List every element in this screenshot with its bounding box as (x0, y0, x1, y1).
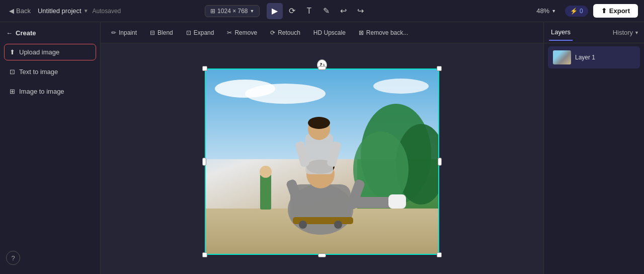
notifications-count: 0 (580, 8, 583, 15)
tab-history[interactable]: History ▼ (613, 29, 639, 36)
inpaint-label: Inpaint (119, 29, 137, 36)
handle-top-middle[interactable] (318, 66, 326, 70)
handle-middle-right[interactable] (438, 158, 442, 166)
create-label: Create (16, 29, 36, 37)
remove-icon: ✂ (227, 29, 232, 36)
export-label: Export (609, 7, 630, 15)
remove-button[interactable]: ✂ Remove (221, 26, 263, 39)
svg-rect-8 (260, 174, 271, 210)
inpaint-icon: ✏ (111, 29, 116, 36)
lasso-tool-button[interactable]: ⟳ (284, 3, 300, 19)
back-arrow-icon: ◀ (9, 7, 14, 15)
chevron-down-icon: ▼ (84, 8, 89, 14)
lasso-icon: ⟳ (289, 6, 295, 16)
expand-button[interactable]: ⊡ Expand (181, 26, 220, 39)
svg-point-9 (260, 166, 272, 178)
help-button[interactable]: ? (6, 251, 20, 265)
center-column: ✏ Inpaint ⊟ Blend ⊡ Expand ✂ Remove ⟳ (101, 22, 543, 274)
remove-background-button[interactable]: ⊠ Remove back... (353, 26, 414, 39)
sidebar-item-text-to-image[interactable]: ⊡ Text to image (4, 63, 96, 80)
image-to-image-label: Image to image (19, 88, 64, 95)
handle-bottom-right[interactable] (437, 252, 442, 257)
help-icon: ? (11, 254, 15, 262)
handle-bottom-left[interactable] (202, 252, 207, 257)
resize-icon: ⊞ (210, 8, 215, 15)
hd-upscale-label: HD Upscale (313, 29, 346, 36)
zoom-label: 48% (536, 7, 549, 15)
export-icon: ⬆ (601, 7, 607, 15)
back-to-create-icon: ← (6, 29, 13, 37)
canvas-image (205, 68, 439, 255)
layer-thumbnail (553, 50, 571, 64)
svg-point-20 (308, 117, 330, 129)
hd-upscale-button[interactable]: HD Upscale (308, 26, 351, 39)
back-label: Back (16, 7, 31, 15)
sidebar-item-image-to-image[interactable]: ⊞ Image to image (4, 83, 96, 100)
project-name[interactable]: Untitled project ▼ (38, 7, 89, 15)
undo-icon: ↩ (340, 6, 347, 16)
handle-bottom-middle[interactable] (318, 253, 326, 257)
blend-label: Blend (157, 29, 173, 36)
layers-label: Layers (551, 28, 571, 36)
scene-svg (205, 68, 439, 255)
retouch-button[interactable]: ⟳ Retouch (265, 26, 306, 39)
select-tool-button[interactable]: ▶ (267, 3, 283, 19)
canvas-wrapper: ↻ (205, 62, 439, 255)
lightning-icon: ⚡ (570, 8, 578, 15)
text-tool-button[interactable]: T (301, 3, 317, 19)
sidebar-footer: ? (4, 247, 96, 269)
tab-layers[interactable]: Layers (549, 24, 573, 41)
upload-image-label: Upload image (19, 48, 59, 56)
expand-icon: ⊡ (186, 29, 191, 36)
topbar-left: ◀ Back Untitled project ▼ Autosaved (6, 5, 121, 17)
pen-icon: ✎ (323, 6, 330, 16)
secondary-toolbar: ✏ Inpaint ⊟ Blend ⊡ Expand ✂ Remove ⟳ (101, 22, 543, 43)
svg-point-3 (373, 79, 429, 94)
remove-background-icon: ⊠ (359, 29, 364, 36)
chevron-down-icon: ▼ (250, 9, 255, 14)
back-button[interactable]: ◀ Back (6, 5, 34, 17)
layer-name: Layer 1 (575, 54, 595, 61)
topbar-right: 48% ▼ ⚡ 0 ⬆ Export (532, 4, 638, 18)
history-label: History (613, 29, 633, 36)
chevron-down-icon: ▼ (551, 9, 556, 14)
text-to-image-icon: ⊡ (10, 68, 15, 76)
main-layout: ← Create ⬆ Upload image ⊡ Text to image … (0, 22, 644, 274)
handle-top-left[interactable] (202, 66, 207, 71)
right-sidebar: Layers History ▼ Layer 1 (543, 22, 644, 274)
blend-icon: ⊟ (150, 29, 155, 36)
svg-point-2 (245, 84, 326, 104)
zoom-control[interactable]: 48% ▼ (532, 5, 560, 17)
canvas-size-button[interactable]: ⊞ 1024 × 768 ▼ (205, 5, 260, 17)
layer-item[interactable]: Layer 1 (548, 46, 640, 68)
canvas-area[interactable]: ↻ (101, 43, 543, 274)
image-to-image-icon: ⊞ (10, 88, 15, 95)
redo-button[interactable]: ↪ (352, 3, 368, 19)
retouch-label: Retouch (278, 29, 300, 36)
svg-point-24 (299, 221, 307, 229)
expand-label: Expand (194, 29, 214, 36)
pen-tool-button[interactable]: ✎ (318, 3, 334, 19)
svg-rect-18 (305, 134, 333, 174)
layer-thumb-inner (553, 50, 571, 64)
project-title: Untitled project (38, 7, 82, 15)
upload-image-icon: ⬆ (10, 48, 15, 56)
export-button[interactable]: ⬆ Export (593, 4, 638, 18)
notifications-button[interactable]: ⚡ 0 (565, 6, 588, 17)
handle-middle-left[interactable] (202, 158, 206, 166)
sidebar-create-header[interactable]: ← Create (4, 27, 96, 41)
canvas-image-container[interactable] (205, 68, 439, 255)
handle-top-right[interactable] (437, 66, 442, 71)
text-to-image-label: Text to image (19, 68, 58, 76)
tool-group: ▶ ⟳ T ✎ ↩ ↪ (267, 3, 368, 19)
retouch-icon: ⟳ (270, 29, 275, 36)
text-icon: T (307, 7, 312, 16)
sidebar-item-upload-image[interactable]: ⬆ Upload image (4, 44, 96, 60)
inpaint-button[interactable]: ✏ Inpaint (106, 26, 142, 39)
autosaved-label: Autosaved (93, 8, 121, 15)
undo-button[interactable]: ↩ (335, 3, 351, 19)
blend-button[interactable]: ⊟ Blend (144, 26, 179, 39)
chevron-down-icon: ▼ (634, 30, 639, 35)
topbar-center: ⊞ 1024 × 768 ▼ ▶ ⟳ T ✎ ↩ ↪ (205, 3, 368, 19)
right-sidebar-tabs: Layers History ▼ (544, 22, 644, 43)
